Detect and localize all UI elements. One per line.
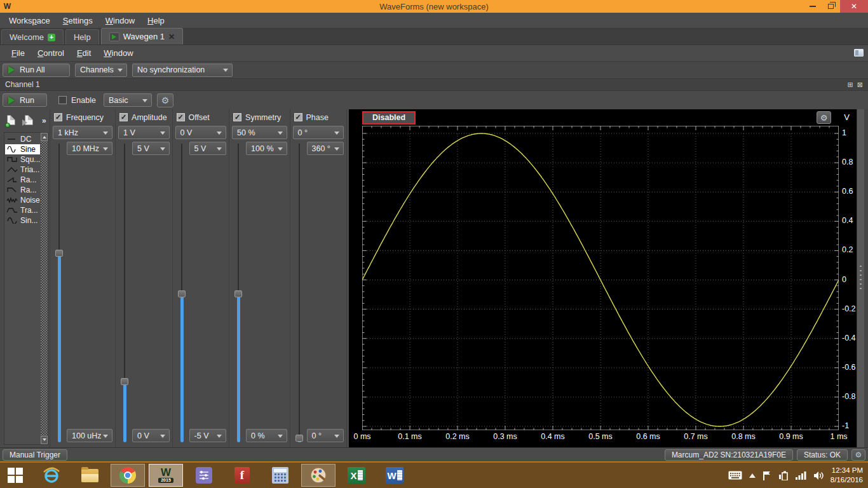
waveform-item-dc[interactable]: DC bbox=[5, 134, 40, 144]
volume-icon[interactable] bbox=[813, 471, 824, 480]
taskbar-calculator-icon[interactable] bbox=[263, 463, 297, 488]
amplitude-value-dropdown[interactable]: 1 V bbox=[118, 126, 169, 139]
menu-help[interactable]: Help bbox=[141, 13, 171, 28]
taskbar-paint-icon[interactable] bbox=[301, 464, 336, 487]
battery-icon[interactable] bbox=[778, 471, 789, 480]
frequency-min-dropdown[interactable]: 100 uHz bbox=[67, 429, 112, 442]
phase-value-dropdown[interactable]: 0 ° bbox=[293, 126, 344, 139]
taskbar-internet-explorer-icon[interactable] bbox=[34, 463, 69, 488]
wavegen-menu-edit[interactable]: Edit bbox=[71, 45, 97, 61]
channel-settings-gear-button[interactable] bbox=[157, 93, 173, 107]
run-all-button[interactable]: Run All bbox=[3, 64, 70, 77]
frequency-checkbox[interactable] bbox=[54, 113, 62, 121]
waveform-item-noise[interactable]: Noise bbox=[5, 195, 40, 205]
amplitude-slider[interactable] bbox=[121, 144, 129, 442]
more-button[interactable]: » bbox=[42, 116, 46, 125]
taskbar-waveforms-icon[interactable]: W2015 bbox=[149, 464, 183, 487]
offset-max-dropdown[interactable]: 5 V bbox=[189, 142, 226, 155]
frequency-slider[interactable] bbox=[55, 144, 64, 442]
synchronization-dropdown[interactable]: No synchronization bbox=[132, 64, 233, 77]
network-signal-icon[interactable] bbox=[796, 471, 806, 480]
wavegen-menu-window[interactable]: Window bbox=[97, 45, 139, 61]
waveform-item-trapezium[interactable]: Tra... bbox=[5, 205, 40, 215]
param-symmetry: Symmetry50 %100 %0 % bbox=[229, 109, 290, 447]
symmetry-min-dropdown[interactable]: 0 % bbox=[246, 429, 287, 442]
float-panel-icon[interactable]: ⊞ bbox=[848, 81, 853, 89]
symmetry-max-dropdown[interactable]: 100 % bbox=[246, 142, 287, 155]
phase-min-dropdown[interactable]: 0 ° bbox=[307, 429, 344, 442]
wavegen-menu-control[interactable]: Control bbox=[31, 45, 71, 61]
frequency-max-dropdown[interactable]: 10 MHz bbox=[67, 142, 112, 155]
tab-help[interactable]: Help bbox=[65, 29, 99, 44]
enable-checkbox[interactable] bbox=[58, 96, 67, 104]
minimize-button[interactable] bbox=[803, 0, 822, 13]
restore-button[interactable] bbox=[822, 0, 840, 13]
waveform-item-triangle[interactable]: Tria... bbox=[5, 165, 40, 175]
offset-slider[interactable] bbox=[178, 144, 186, 442]
amplitude-min-dropdown[interactable]: 0 V bbox=[132, 429, 169, 442]
close-tab-icon[interactable]: ✕ bbox=[168, 32, 175, 41]
amplitude-checkbox[interactable] bbox=[119, 113, 128, 121]
offset-min-dropdown[interactable]: -5 V bbox=[189, 429, 226, 442]
taskbar-circuit-tool-icon[interactable] bbox=[187, 463, 221, 488]
menu-workspace[interactable]: Workspace bbox=[3, 13, 57, 28]
keyboard-icon[interactable] bbox=[728, 471, 742, 480]
amplitude-max-dropdown[interactable]: 5 V bbox=[132, 142, 169, 155]
manual-trigger-button[interactable]: Manual Trigger bbox=[3, 449, 67, 461]
show-hidden-icons-button[interactable] bbox=[749, 470, 756, 478]
taskbar-excel-icon[interactable]: X bbox=[339, 463, 374, 488]
symmetry-slider-handle[interactable] bbox=[234, 290, 242, 297]
menu-window[interactable]: Window bbox=[99, 13, 141, 28]
status-button[interactable]: Status: OK bbox=[797, 449, 848, 461]
export-icon[interactable] bbox=[5, 114, 19, 128]
start-button[interactable] bbox=[0, 463, 31, 488]
taskbar-chrome-icon[interactable] bbox=[111, 464, 145, 487]
waveform-item-sine[interactable]: Sine bbox=[5, 144, 40, 154]
tab-bar: Welcome+HelpWavegen 1✕ bbox=[0, 29, 868, 45]
waveform-item-square[interactable]: Squ... bbox=[5, 154, 40, 165]
channels-dropdown[interactable]: Channels bbox=[75, 64, 127, 77]
mode-dropdown[interactable]: Basic bbox=[104, 93, 152, 107]
frequency-slider-handle[interactable] bbox=[55, 250, 63, 257]
layout-icon[interactable] bbox=[854, 49, 864, 57]
splitter-handle[interactable] bbox=[857, 109, 864, 447]
phase-slider-handle[interactable] bbox=[295, 435, 303, 442]
menu-settings[interactable]: Settings bbox=[57, 13, 99, 28]
waveform-pane: » DCSineSqu...Tria...Ra...Ra...NoiseTra.… bbox=[0, 109, 50, 447]
offset-slider-handle[interactable] bbox=[178, 290, 186, 297]
waveform-list-scrollbar[interactable] bbox=[41, 133, 48, 444]
phase-slider[interactable] bbox=[295, 144, 304, 442]
taskbar-fritzing-icon[interactable]: f bbox=[225, 463, 259, 488]
wavegen-menu-file[interactable]: File bbox=[5, 45, 31, 61]
amplitude-slider-handle[interactable] bbox=[121, 378, 128, 385]
waveform-item-rampdown[interactable]: Ra... bbox=[5, 185, 40, 195]
clock[interactable]: 12:34 PM 8/16/2016 bbox=[831, 466, 863, 485]
waveform-item-sinepower[interactable]: Sin... bbox=[5, 215, 40, 226]
square-wave-icon bbox=[6, 156, 18, 163]
tab-wavegen-1[interactable]: Wavegen 1✕ bbox=[101, 28, 183, 44]
scroll-up-button[interactable] bbox=[41, 133, 48, 141]
close-panel-icon[interactable]: ⊠ bbox=[857, 81, 863, 89]
flag-icon[interactable] bbox=[763, 471, 771, 480]
run-button[interactable]: Run bbox=[3, 93, 47, 107]
offset-checkbox[interactable] bbox=[177, 113, 185, 121]
settings-gear-button[interactable] bbox=[851, 449, 865, 461]
waveform-item-rampup[interactable]: Ra... bbox=[5, 175, 40, 185]
import-icon[interactable] bbox=[23, 114, 37, 128]
close-button[interactable]: ✕ bbox=[840, 0, 868, 13]
offset-value-dropdown[interactable]: 0 V bbox=[175, 126, 226, 139]
taskbar-word-icon[interactable]: W bbox=[377, 463, 412, 488]
phase-checkbox[interactable] bbox=[294, 113, 302, 121]
phase-max-dropdown[interactable]: 360 ° bbox=[307, 142, 344, 155]
device-button[interactable]: Marcum_AD2 SN:210321A19F0E bbox=[665, 449, 793, 461]
x-tick-label: 1 ms bbox=[830, 432, 847, 441]
add-tab-icon[interactable]: + bbox=[48, 34, 55, 41]
scroll-down-button[interactable] bbox=[41, 436, 48, 444]
plot-settings-gear-button[interactable] bbox=[817, 111, 831, 124]
symmetry-slider[interactable] bbox=[234, 144, 243, 442]
tab-welcome[interactable]: Welcome+ bbox=[1, 29, 64, 44]
symmetry-checkbox[interactable] bbox=[233, 113, 241, 121]
taskbar-file-explorer-icon[interactable] bbox=[72, 463, 107, 488]
symmetry-value-dropdown[interactable]: 50 % bbox=[232, 126, 287, 139]
frequency-value-dropdown[interactable]: 1 kHz bbox=[53, 126, 112, 139]
